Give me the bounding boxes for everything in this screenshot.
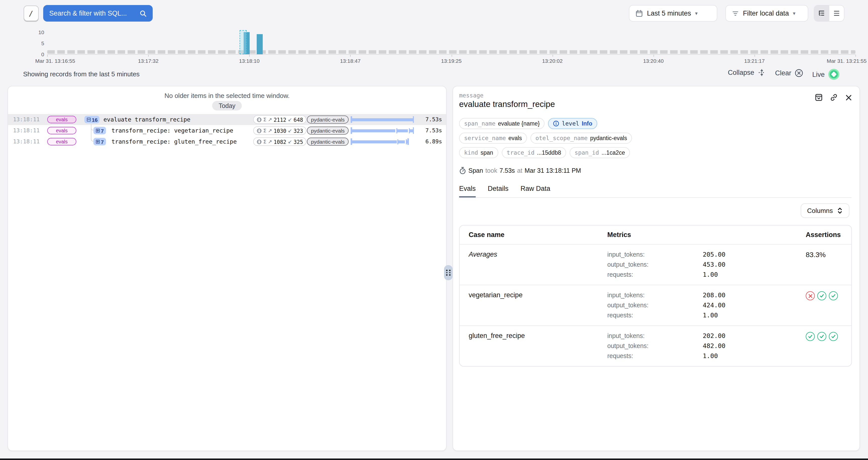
- child-count: 7: [101, 128, 104, 134]
- search-button[interactable]: Search & filter with SQL...: [43, 5, 153, 22]
- chevron-up-down-icon: [837, 207, 843, 214]
- metric-label: input_tokens:: [607, 331, 703, 341]
- header-case-name: Case name: [469, 231, 607, 238]
- time-selection-box[interactable]: [240, 30, 247, 54]
- duration-text: 7.53s: [426, 127, 442, 134]
- live-toggle[interactable]: Live: [812, 69, 839, 80]
- showing-records-text: Showing records from the last 5 minutes: [23, 70, 140, 78]
- columns-button[interactable]: Columns: [800, 203, 849, 218]
- metric-label: requests:: [607, 270, 703, 280]
- otel-scope-badge: pydantic-evals: [307, 127, 349, 135]
- clear-circle-x-icon: [795, 69, 803, 77]
- timing-duration: 7.53s: [500, 167, 515, 174]
- attr-span-id[interactable]: span_id ...1ca2ce: [569, 147, 630, 158]
- attr-kind[interactable]: kind span: [459, 147, 498, 158]
- histogram-bar[interactable]: [257, 34, 263, 54]
- minus-square-icon: ⊟: [86, 116, 91, 123]
- output-tokens: 648: [293, 117, 303, 123]
- filter-local-data-button[interactable]: Filter local data ▾: [725, 5, 808, 22]
- record-kind-label: message: [459, 92, 484, 99]
- trace-row-child[interactable]: 13:18:11 evals ⊞ 7 transform_recipe: glu…: [8, 136, 446, 147]
- timeline-histogram[interactable]: 1050 Mar 31. 13:16:5513:17:3213:18:1013:…: [0, 24, 868, 67]
- span-attribute-pills: span_name evaluate {name} level Info ser…: [459, 118, 647, 158]
- x-tick-label: 13:20:40: [643, 58, 664, 64]
- assertion-fail-icon: [806, 291, 815, 300]
- metric-value: 208.00: [703, 290, 806, 300]
- x-tick-mark: [249, 55, 250, 57]
- collapse-button[interactable]: Collapse: [728, 69, 765, 76]
- x-tick-mark: [552, 55, 553, 57]
- service-tag-badge: evals: [47, 116, 76, 123]
- clear-label: Clear: [775, 69, 792, 77]
- service-tag-badge: evals: [47, 127, 76, 134]
- tree-view-toggle[interactable]: [814, 5, 829, 21]
- date-pill-today[interactable]: Today: [212, 101, 242, 110]
- span-timing-line: Span took 7.53s at Mar 31 13:18:11 PM: [459, 167, 581, 174]
- attr-otel-scope-name[interactable]: otel_scope_name pydantic-evals: [530, 133, 632, 144]
- tree-expand-toggle[interactable]: ⊞ 7: [93, 127, 106, 134]
- metrics-cell: input_tokens:208.00 output_tokens:424.00…: [607, 290, 806, 320]
- assertion-pass-icon: [817, 291, 826, 300]
- assertion-pass-icon: [806, 332, 815, 341]
- token-usage-pill: Σ ↗ 1082 ↙ 325: [253, 137, 307, 146]
- tab-raw-data[interactable]: Raw Data: [521, 185, 551, 197]
- input-arrow-icon: ↗: [268, 139, 272, 144]
- metrics-cell: input_tokens:202.00 output_tokens:482.00…: [607, 331, 806, 361]
- span-title: evaluate transform_recipe: [459, 99, 555, 109]
- tree-view-icon: [818, 9, 826, 17]
- coin-icon: [257, 117, 262, 122]
- evals-table-row[interactable]: vegetarian_recipe input_tokens:208.00 ou…: [460, 285, 851, 325]
- attr-service-name[interactable]: service_name evals: [459, 133, 527, 144]
- calendar-icon: [636, 9, 643, 17]
- filter-icon: [732, 10, 739, 17]
- plus-square-icon: ⊞: [95, 127, 100, 134]
- plus-square-icon: ⊞: [95, 138, 100, 145]
- output-tokens: 325: [293, 139, 303, 144]
- x-tick-label: Mar 31. 13:21:55: [827, 58, 867, 64]
- input-tokens: 1030: [274, 128, 286, 134]
- output-tokens: 323: [293, 128, 303, 134]
- x-tick-mark: [754, 55, 755, 57]
- attr-span-name[interactable]: span_name evaluate {name}: [459, 118, 545, 129]
- timing-timestamp: Mar 31 13:18:11 PM: [525, 167, 581, 174]
- y-tick-label: 10: [28, 29, 44, 35]
- x-tick-mark: [856, 55, 856, 57]
- trace-row-parent[interactable]: 13:18:11 evals ⊟ 16 evaluate transform_r…: [8, 114, 446, 125]
- timing-at-word: at: [517, 167, 522, 174]
- evals-table-row[interactable]: Averages input_tokens:205.00 output_toke…: [460, 244, 851, 285]
- time-range-label: Last 5 minutes: [647, 9, 691, 17]
- x-tick-label: 13:20:02: [542, 58, 563, 64]
- copy-link-icon[interactable]: [830, 93, 838, 101]
- keyboard-shortcut-slash: /: [24, 5, 39, 21]
- tree-expand-toggle[interactable]: ⊞ 7: [93, 138, 106, 145]
- time-range-button[interactable]: Last 5 minutes ▾: [629, 5, 717, 22]
- case-name: gluten_free_recipe: [469, 331, 607, 361]
- trace-row-child[interactable]: 13:18:11 evals ⊞ 7 transform_recipe: veg…: [8, 125, 446, 136]
- output-arrow-icon: ↙: [288, 117, 292, 122]
- metric-value: 1.00: [703, 351, 806, 361]
- assertion-pass-icon: [817, 332, 826, 341]
- attr-level[interactable]: level Info: [548, 118, 597, 129]
- search-icon: [140, 10, 147, 17]
- clear-button[interactable]: Clear: [775, 69, 803, 77]
- child-count: 7: [101, 139, 104, 144]
- sum-icon: Σ: [263, 128, 267, 133]
- metric-label: input_tokens:: [607, 290, 703, 300]
- view-mode-segmented-control: [814, 5, 844, 22]
- assertion-icons: [806, 290, 842, 320]
- tabs-underline: [459, 197, 851, 198]
- tab-evals[interactable]: Evals: [459, 185, 476, 197]
- list-view-toggle[interactable]: [829, 5, 844, 21]
- tab-details[interactable]: Details: [488, 185, 508, 197]
- attr-trace-id[interactable]: trace_id ...15ddb8: [502, 147, 566, 158]
- close-icon[interactable]: [845, 94, 852, 101]
- panel-resize-handle[interactable]: [444, 265, 453, 280]
- evals-table-row[interactable]: gluten_free_recipe input_tokens:202.00 o…: [460, 325, 851, 366]
- timing-took-word: took: [485, 167, 497, 174]
- list-view-icon: [833, 9, 840, 17]
- token-usage-pill: Σ ↗ 1030 ↙ 323: [253, 126, 307, 135]
- live-label: Live: [812, 71, 825, 78]
- tree-collapse-toggle[interactable]: ⊟ 16: [84, 116, 100, 123]
- dock-panel-icon[interactable]: [815, 93, 823, 101]
- no-older-items-notice: No older items in the selected time wind…: [8, 92, 446, 99]
